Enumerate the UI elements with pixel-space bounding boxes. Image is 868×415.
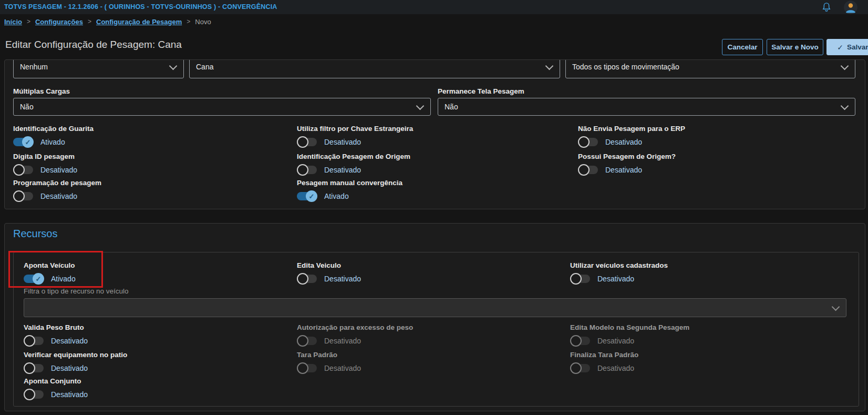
app-title: TOTVS PESAGEM - 12.1.2606 - ( OURINHOS -… bbox=[4, 3, 277, 11]
select-field-3[interactable]: Todos os tipos de movimentação bbox=[565, 59, 855, 78]
toggle-field: Identificação de Guarita ✓ Ativado bbox=[13, 125, 94, 148]
toggle-knob: ✓ bbox=[24, 362, 35, 374]
toggle-field: Identificação Pesagem de Origem ✓ Desati… bbox=[297, 153, 410, 176]
field-label: Múltiplas Cargas bbox=[13, 87, 70, 96]
breadcrumb-separator: > bbox=[88, 18, 91, 25]
toggle-switch[interactable]: ✓ bbox=[578, 138, 598, 146]
breadcrumb-link[interactable]: Configuração de Pesagem bbox=[96, 18, 182, 26]
breadcrumb-separator: > bbox=[27, 18, 30, 25]
toggle-switch[interactable]: ✓ bbox=[24, 337, 44, 345]
chevron-down-icon bbox=[841, 102, 849, 110]
toggle-knob: ✓ bbox=[24, 335, 35, 347]
field-label: Valida Peso Bruto bbox=[24, 323, 88, 332]
toggle-state-label: Desativado bbox=[51, 337, 88, 345]
check-icon: ✓ bbox=[837, 43, 843, 52]
multiplas-cargas-select[interactable]: Não bbox=[13, 98, 431, 116]
toggle-switch[interactable]: ✓ bbox=[297, 275, 317, 283]
toggle-knob: ✓ bbox=[24, 389, 35, 400]
save-button[interactable]: ✓ Salvar bbox=[826, 39, 868, 55]
toggle-switch[interactable]: ✓ bbox=[297, 138, 317, 146]
breadcrumb-link[interactable]: Início bbox=[4, 18, 22, 26]
select-field-2[interactable]: Cana bbox=[189, 59, 560, 78]
field-label: Finaliza Tara Padrão bbox=[570, 351, 638, 359]
toggle-switch[interactable]: ✓ bbox=[570, 275, 590, 283]
field-label: Filtra o tipo de recurso no veículo bbox=[24, 287, 129, 296]
chevron-down-icon bbox=[416, 102, 425, 110]
toggle-knob: ✓ bbox=[570, 362, 582, 374]
toggle-knob: ✓ bbox=[13, 190, 25, 202]
toggle-knob: ✓ bbox=[297, 273, 308, 285]
chevron-down-icon bbox=[841, 62, 849, 70]
toggle-field: Aponta Conjunto ✓ Desativado bbox=[24, 377, 88, 400]
toggle-state-label: Desativado bbox=[324, 337, 361, 345]
toggle-state-label: Ativado bbox=[40, 138, 65, 146]
chevron-down-icon bbox=[545, 62, 554, 70]
select-field-1[interactable]: Nenhum bbox=[13, 59, 184, 78]
toggle-state-label: Desativado bbox=[597, 364, 634, 372]
toggle-knob: ✓ bbox=[33, 273, 44, 285]
toggle-state-label: Ativado bbox=[324, 192, 349, 200]
chevron-down-icon bbox=[169, 62, 178, 70]
section-heading: Recursos bbox=[13, 228, 57, 240]
cancel-button[interactable]: Cancelar bbox=[722, 39, 763, 55]
field-label: Edita Veiculo bbox=[297, 261, 361, 270]
toggle-field: Não Envia Pesagem para o ERP ✓ Desativad… bbox=[578, 125, 685, 148]
toggle-state-label: Desativado bbox=[605, 166, 642, 174]
toggle-knob: ✓ bbox=[570, 335, 582, 347]
breadcrumb-separator: > bbox=[187, 18, 190, 25]
check-icon: ✓ bbox=[25, 139, 31, 146]
select-value: Cana bbox=[196, 63, 213, 71]
field-label: Tara Padrão bbox=[297, 351, 361, 359]
toggle-switch[interactable]: ✓ bbox=[297, 192, 317, 200]
toggle-knob: ✓ bbox=[297, 362, 308, 374]
toggle-state-label: Desativado bbox=[324, 364, 361, 372]
toggle-switch[interactable]: ✓ bbox=[24, 390, 44, 399]
toggle-switch[interactable]: ✓ bbox=[13, 138, 33, 146]
breadcrumb-link[interactable]: Configurações bbox=[35, 18, 83, 26]
toggle-state-label: Desativado bbox=[597, 275, 634, 283]
field-label: Não Envia Pesagem para o ERP bbox=[578, 125, 685, 133]
save-button-label: Salvar bbox=[847, 43, 868, 51]
recursos-group-box bbox=[13, 252, 859, 407]
toggle-switch[interactable]: ✓ bbox=[578, 166, 598, 174]
field-label: Pesagem manual convergência bbox=[297, 179, 402, 187]
field-label: Verificar equipamento no patio bbox=[24, 351, 127, 359]
app-header: TOTVS PESAGEM - 12.1.2606 - ( OURINHOS -… bbox=[0, 0, 868, 14]
toggle-switch[interactable]: ✓ bbox=[24, 364, 44, 372]
toggle-field: Valida Peso Bruto ✓ Desativado bbox=[24, 323, 88, 347]
field-label: Permanece Tela Pesagem bbox=[438, 87, 524, 96]
toggle-knob: ✓ bbox=[22, 136, 34, 148]
field-label: Identificação Pesagem de Origem bbox=[297, 153, 410, 161]
config-form-panel: Nenhum Cana Todos os tipos de movimentaç… bbox=[4, 59, 865, 209]
user-avatar-icon[interactable] bbox=[844, 1, 857, 14]
toggle-switch: ✓ bbox=[570, 337, 590, 345]
toggle-state-label: Desativado bbox=[324, 166, 361, 174]
permanece-tela-select[interactable]: Não bbox=[438, 98, 855, 116]
toggle-switch[interactable]: ✓ bbox=[297, 166, 317, 174]
page-title: Editar Configuração de Pesagem: Cana bbox=[5, 39, 182, 50]
toggle-switch[interactable]: ✓ bbox=[13, 166, 33, 174]
select-value: Não bbox=[445, 103, 458, 111]
toggle-knob: ✓ bbox=[297, 136, 308, 148]
toggle-knob: ✓ bbox=[306, 190, 317, 202]
toggle-switch[interactable]: ✓ bbox=[13, 192, 33, 200]
save-and-new-button[interactable]: Salvar e Novo bbox=[767, 39, 823, 55]
toggle-state-label: Desativado bbox=[605, 138, 642, 146]
filtra-tipo-recurso-select[interactable] bbox=[24, 298, 846, 317]
toggle-knob: ✓ bbox=[578, 164, 590, 176]
toggle-field: Utiliza filtro por Chave Estrangeira ✓ D… bbox=[297, 125, 413, 148]
field-label: Aponta Conjunto bbox=[24, 377, 88, 386]
toggle-state-label: Desativado bbox=[324, 275, 361, 283]
notifications-bell-icon[interactable] bbox=[821, 2, 832, 13]
toggle-state-label: Ativado bbox=[51, 275, 76, 283]
toggle-field: Aponta Veículo ✓ Ativado bbox=[24, 261, 76, 285]
toggle-knob: ✓ bbox=[297, 164, 308, 176]
field-label: Programação de pesagem bbox=[13, 179, 101, 187]
field-label: Identificação de Guarita bbox=[13, 125, 94, 133]
field-label: Edita Modelo na Segunda Pesagem bbox=[570, 323, 689, 332]
toggle-switch[interactable]: ✓ bbox=[24, 275, 44, 283]
field-label: Utilizar veículos cadastrados bbox=[570, 261, 668, 270]
toggle-field: Pesagem manual convergência ✓ Ativado bbox=[297, 179, 402, 202]
toggle-field: Possui Pesagem de Origem? ✓ Desativado bbox=[578, 153, 676, 176]
select-value: Todos os tipos de movimentação bbox=[572, 63, 679, 71]
